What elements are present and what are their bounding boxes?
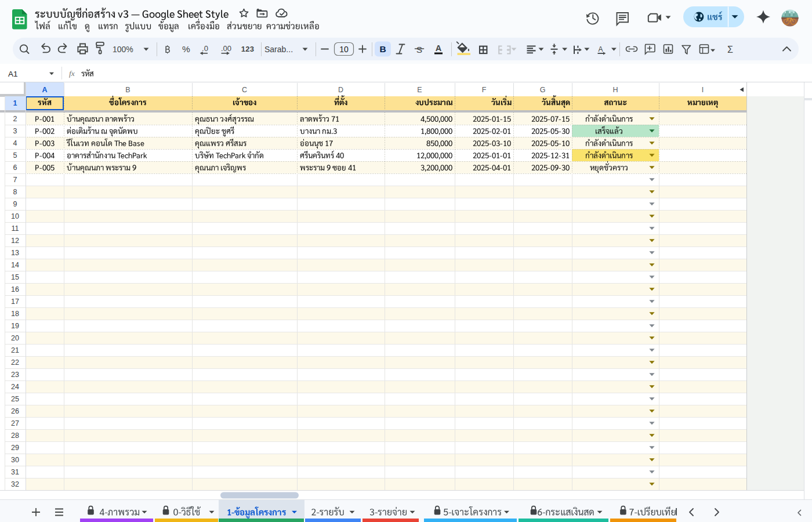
svg-text:5: 5 — [13, 151, 17, 160]
svg-text:B: B — [125, 86, 130, 94]
svg-text:32: 32 — [11, 480, 19, 488]
svg-text:A: A — [598, 45, 603, 53]
svg-text:25: 25 — [11, 395, 19, 403]
svg-text:E: E — [417, 86, 422, 94]
svg-text:22: 22 — [11, 358, 19, 367]
svg-text:A1: A1 — [8, 70, 18, 78]
svg-text:A: A — [42, 86, 47, 94]
svg-text:24: 24 — [11, 383, 19, 391]
svg-text:F: F — [482, 86, 487, 94]
svg-text:H: H — [612, 86, 618, 94]
svg-text:10: 10 — [339, 45, 349, 54]
svg-text:21: 21 — [11, 346, 19, 354]
svg-text:15: 15 — [11, 273, 19, 281]
svg-text:Σ: Σ — [727, 45, 733, 55]
svg-text:100%: 100% — [113, 45, 133, 54]
svg-text:11: 11 — [12, 224, 19, 233]
svg-text:.00: .00 — [221, 44, 231, 53]
svg-text:18: 18 — [11, 310, 19, 318]
svg-text:9: 9 — [13, 200, 17, 208]
svg-text:fx: fx — [69, 69, 75, 78]
svg-text:I: I — [702, 86, 704, 94]
svg-text:D: D — [338, 86, 343, 94]
svg-text:8: 8 — [13, 188, 17, 196]
svg-text:7: 7 — [13, 176, 17, 184]
svg-text:Sarab...: Sarab... — [264, 45, 293, 54]
svg-text:3: 3 — [13, 127, 17, 135]
svg-text:10: 10 — [11, 212, 19, 220]
svg-text:17: 17 — [11, 298, 19, 306]
svg-text:27: 27 — [11, 419, 19, 427]
svg-text:4: 4 — [13, 139, 17, 147]
svg-text:14: 14 — [11, 261, 19, 269]
svg-text:S: S — [416, 45, 422, 55]
svg-text:20: 20 — [11, 334, 19, 342]
svg-text:2: 2 — [13, 115, 17, 123]
svg-text:G: G — [540, 86, 546, 94]
svg-text:6: 6 — [13, 164, 17, 172]
svg-text:.0: .0 — [202, 44, 208, 53]
svg-text:16: 16 — [11, 285, 19, 293]
svg-text:123: 123 — [241, 45, 255, 53]
svg-text:26: 26 — [11, 407, 19, 415]
svg-text:23: 23 — [11, 371, 19, 379]
svg-text:31: 31 — [11, 468, 19, 476]
svg-text:B: B — [379, 44, 386, 54]
svg-text:%: % — [182, 44, 190, 54]
svg-text:13: 13 — [11, 249, 19, 257]
svg-text:A: A — [436, 44, 442, 53]
svg-text:19: 19 — [11, 322, 19, 330]
svg-text:1: 1 — [13, 99, 17, 107]
svg-text:12: 12 — [11, 237, 19, 245]
svg-text:28: 28 — [11, 432, 19, 440]
svg-text:29: 29 — [11, 444, 19, 452]
svg-text:C: C — [242, 86, 247, 94]
svg-text:30: 30 — [11, 456, 19, 464]
